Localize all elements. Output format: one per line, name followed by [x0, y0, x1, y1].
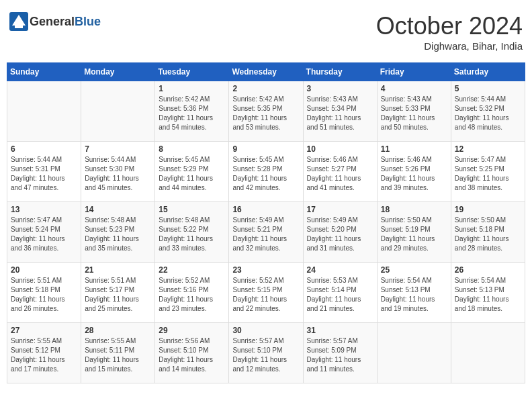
day-number: 29	[159, 326, 225, 335]
day-number: 13	[11, 205, 77, 214]
day-number: 20	[11, 265, 77, 275]
calendar-cell	[377, 323, 451, 383]
day-number: 14	[85, 205, 151, 214]
week-row-1: 1Sunrise: 5:42 AMSunset: 5:36 PMDaylight…	[7, 81, 525, 142]
calendar-cell: 18Sunrise: 5:50 AMSunset: 5:19 PMDayligh…	[377, 202, 451, 263]
calendar-cell: 11Sunrise: 5:46 AMSunset: 5:26 PMDayligh…	[377, 142, 451, 202]
svg-rect-2	[15, 26, 23, 28]
logo: GeneralBlue	[9, 12, 101, 31]
logo-blue-text: Blue	[75, 15, 101, 28]
cell-info: Sunrise: 5:42 AMSunset: 5:35 PMDaylight:…	[232, 95, 299, 132]
cell-info: Sunrise: 5:42 AMSunset: 5:36 PMDaylight:…	[159, 95, 225, 132]
day-number: 25	[381, 265, 447, 275]
header-row: Sunday Monday Tuesday Wednesday Thursday…	[7, 63, 525, 81]
header-saturday: Saturday	[451, 63, 525, 81]
calendar-cell: 19Sunrise: 5:50 AMSunset: 5:18 PMDayligh…	[451, 202, 525, 263]
calendar-cell: 10Sunrise: 5:46 AMSunset: 5:27 PMDayligh…	[303, 142, 377, 202]
cell-info: Sunrise: 5:44 AMSunset: 5:30 PMDaylight:…	[85, 155, 151, 193]
header-monday: Monday	[81, 63, 155, 81]
calendar-cell: 7Sunrise: 5:44 AMSunset: 5:30 PMDaylight…	[81, 142, 155, 202]
calendar-header: Sunday Monday Tuesday Wednesday Thursday…	[7, 63, 525, 81]
week-row-2: 6Sunrise: 5:44 AMSunset: 5:31 PMDaylight…	[7, 142, 525, 202]
cell-info: Sunrise: 5:57 AMSunset: 5:10 PMDaylight:…	[232, 336, 299, 374]
day-number: 11	[381, 144, 447, 154]
calendar-cell: 30Sunrise: 5:57 AMSunset: 5:10 PMDayligh…	[229, 323, 303, 383]
page-header: GeneralBlue October 2024 Dighwara, Bihar…	[7, 7, 525, 57]
day-number: 22	[159, 265, 225, 275]
calendar-cell: 5Sunrise: 5:44 AMSunset: 5:32 PMDaylight…	[451, 81, 525, 142]
header-wednesday: Wednesday	[229, 63, 303, 81]
header-sunday: Sunday	[7, 63, 81, 81]
day-number: 21	[85, 265, 151, 275]
calendar-cell: 6Sunrise: 5:44 AMSunset: 5:31 PMDaylight…	[7, 142, 81, 202]
cell-info: Sunrise: 5:44 AMSunset: 5:31 PMDaylight:…	[11, 155, 77, 193]
calendar-cell	[81, 81, 155, 142]
day-number: 1	[159, 84, 225, 93]
header-tuesday: Tuesday	[155, 63, 229, 81]
calendar-cell: 20Sunrise: 5:51 AMSunset: 5:18 PMDayligh…	[7, 263, 81, 323]
calendar-cell: 16Sunrise: 5:49 AMSunset: 5:21 PMDayligh…	[229, 202, 303, 263]
day-number: 7	[85, 144, 151, 154]
calendar-table: Sunday Monday Tuesday Wednesday Thursday…	[7, 62, 525, 383]
month-title: October 2024	[376, 12, 523, 40]
calendar-cell: 27Sunrise: 5:55 AMSunset: 5:12 PMDayligh…	[7, 323, 81, 383]
day-number: 27	[11, 326, 77, 335]
day-number: 16	[232, 205, 299, 214]
cell-info: Sunrise: 5:44 AMSunset: 5:32 PMDaylight:…	[455, 95, 521, 132]
cell-info: Sunrise: 5:47 AMSunset: 5:25 PMDaylight:…	[455, 155, 521, 193]
day-number: 4	[381, 84, 447, 93]
title-block: October 2024 Dighwara, Bihar, India	[376, 12, 523, 52]
calendar-cell: 14Sunrise: 5:48 AMSunset: 5:23 PMDayligh…	[81, 202, 155, 263]
day-number: 19	[455, 205, 521, 214]
day-number: 23	[232, 265, 299, 275]
day-number: 15	[159, 205, 225, 214]
calendar-cell: 8Sunrise: 5:45 AMSunset: 5:29 PMDaylight…	[155, 142, 229, 202]
cell-info: Sunrise: 5:47 AMSunset: 5:24 PMDaylight:…	[11, 216, 77, 253]
cell-info: Sunrise: 5:45 AMSunset: 5:28 PMDaylight:…	[232, 155, 299, 193]
logo-general-text: General	[30, 15, 75, 28]
day-number: 28	[85, 326, 151, 335]
location: Dighwara, Bihar, India	[376, 40, 523, 52]
day-number: 6	[11, 144, 77, 154]
cell-info: Sunrise: 5:49 AMSunset: 5:20 PMDaylight:…	[307, 216, 373, 253]
cell-info: Sunrise: 5:51 AMSunset: 5:17 PMDaylight:…	[85, 276, 151, 314]
calendar-cell: 26Sunrise: 5:54 AMSunset: 5:13 PMDayligh…	[451, 263, 525, 323]
calendar-cell: 25Sunrise: 5:54 AMSunset: 5:13 PMDayligh…	[377, 263, 451, 323]
calendar-body: 1Sunrise: 5:42 AMSunset: 5:36 PMDaylight…	[7, 81, 525, 383]
calendar-cell: 23Sunrise: 5:52 AMSunset: 5:15 PMDayligh…	[229, 263, 303, 323]
header-friday: Friday	[377, 63, 451, 81]
day-number: 10	[307, 144, 373, 154]
logo-icon	[9, 12, 28, 31]
cell-info: Sunrise: 5:43 AMSunset: 5:34 PMDaylight:…	[307, 95, 373, 132]
calendar-cell: 21Sunrise: 5:51 AMSunset: 5:17 PMDayligh…	[81, 263, 155, 323]
week-row-4: 20Sunrise: 5:51 AMSunset: 5:18 PMDayligh…	[7, 263, 525, 323]
cell-info: Sunrise: 5:55 AMSunset: 5:12 PMDaylight:…	[11, 336, 77, 374]
calendar-cell: 29Sunrise: 5:56 AMSunset: 5:10 PMDayligh…	[155, 323, 229, 383]
calendar-cell: 28Sunrise: 5:55 AMSunset: 5:11 PMDayligh…	[81, 323, 155, 383]
day-number: 26	[455, 265, 521, 275]
day-number: 30	[232, 326, 299, 335]
calendar-cell: 22Sunrise: 5:52 AMSunset: 5:16 PMDayligh…	[155, 263, 229, 323]
cell-info: Sunrise: 5:50 AMSunset: 5:19 PMDaylight:…	[381, 216, 447, 253]
calendar-cell: 15Sunrise: 5:48 AMSunset: 5:22 PMDayligh…	[155, 202, 229, 263]
calendar-cell: 1Sunrise: 5:42 AMSunset: 5:36 PMDaylight…	[155, 81, 229, 142]
calendar-cell: 3Sunrise: 5:43 AMSunset: 5:34 PMDaylight…	[303, 81, 377, 142]
cell-info: Sunrise: 5:45 AMSunset: 5:29 PMDaylight:…	[159, 155, 225, 193]
calendar-cell: 31Sunrise: 5:57 AMSunset: 5:09 PMDayligh…	[303, 323, 377, 383]
day-number: 31	[307, 326, 373, 335]
cell-info: Sunrise: 5:53 AMSunset: 5:14 PMDaylight:…	[307, 276, 373, 314]
cell-info: Sunrise: 5:52 AMSunset: 5:15 PMDaylight:…	[232, 276, 299, 314]
day-number: 3	[307, 84, 373, 93]
cell-info: Sunrise: 5:56 AMSunset: 5:10 PMDaylight:…	[159, 336, 225, 374]
calendar-cell: 4Sunrise: 5:43 AMSunset: 5:33 PMDaylight…	[377, 81, 451, 142]
cell-info: Sunrise: 5:48 AMSunset: 5:23 PMDaylight:…	[85, 216, 151, 253]
day-number: 5	[455, 84, 521, 93]
cell-info: Sunrise: 5:55 AMSunset: 5:11 PMDaylight:…	[85, 336, 151, 374]
day-number: 9	[232, 144, 299, 154]
cell-info: Sunrise: 5:46 AMSunset: 5:26 PMDaylight:…	[381, 155, 447, 193]
calendar-cell: 2Sunrise: 5:42 AMSunset: 5:35 PMDaylight…	[229, 81, 303, 142]
week-row-3: 13Sunrise: 5:47 AMSunset: 5:24 PMDayligh…	[7, 202, 525, 263]
cell-info: Sunrise: 5:46 AMSunset: 5:27 PMDaylight:…	[307, 155, 373, 193]
day-number: 24	[307, 265, 373, 275]
calendar-cell	[7, 81, 81, 142]
